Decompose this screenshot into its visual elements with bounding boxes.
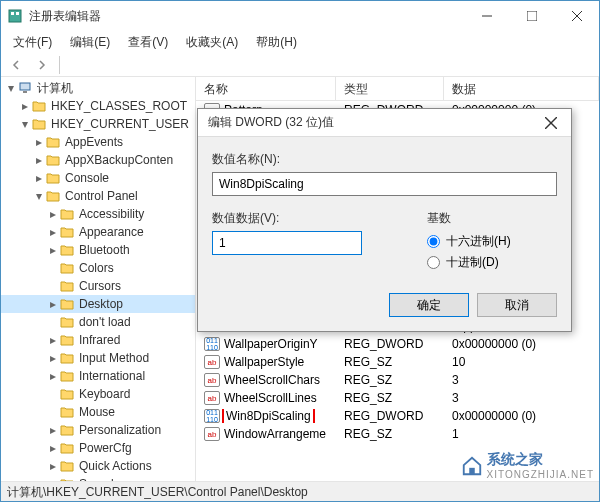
- cancel-button[interactable]: 取消: [477, 293, 557, 317]
- list-row[interactable]: abWheelScrollLinesREG_SZ3: [196, 389, 599, 407]
- chevron-icon[interactable]: ▾: [33, 189, 45, 203]
- menu-edit[interactable]: 编辑(E): [62, 32, 118, 53]
- toolbar: [1, 53, 599, 77]
- tree-item[interactable]: ▸PowerCfg: [1, 439, 195, 457]
- string-value-icon: ab: [204, 427, 220, 441]
- tree-item[interactable]: ▸Quick Actions: [1, 457, 195, 475]
- col-header-name[interactable]: 名称: [196, 77, 336, 100]
- menu-view[interactable]: 查看(V): [120, 32, 176, 53]
- tree-item[interactable]: ▸Desktop: [1, 295, 195, 313]
- tree-item[interactable]: Keyboard: [1, 385, 195, 403]
- radio-dec-input[interactable]: [427, 256, 440, 269]
- chevron-icon[interactable]: ▸: [47, 243, 59, 257]
- value-name-input[interactable]: [212, 172, 557, 196]
- tree-item-label: Appearance: [79, 225, 144, 239]
- folder-icon: [59, 458, 75, 474]
- watermark: 系统之家 XITONGZHIJIA.NET: [461, 451, 595, 480]
- list-row[interactable]: 011110WallpaperOriginYREG_DWORD0x0000000…: [196, 335, 599, 353]
- col-header-type[interactable]: 类型: [336, 77, 444, 100]
- app-icon: [7, 8, 23, 24]
- value-data-input[interactable]: [212, 231, 362, 255]
- watermark-url: XITONGZHIJIA.NET: [487, 469, 595, 480]
- radio-hex-label: 十六进制(H): [446, 233, 511, 250]
- cell-data: 1: [444, 427, 599, 441]
- svg-rect-11: [469, 467, 475, 473]
- tree-item[interactable]: ▸HKEY_CLASSES_ROOT: [1, 97, 195, 115]
- tree-item[interactable]: ▸International: [1, 367, 195, 385]
- tree-item[interactable]: Colors: [1, 259, 195, 277]
- minimize-button[interactable]: [464, 2, 509, 30]
- radio-dec-label: 十进制(D): [446, 254, 499, 271]
- tree-root-label: 计算机: [37, 80, 73, 97]
- back-button[interactable]: [5, 55, 27, 75]
- col-header-data[interactable]: 数据: [444, 77, 599, 100]
- chevron-icon[interactable]: ▸: [33, 153, 45, 167]
- menu-help[interactable]: 帮助(H): [248, 32, 305, 53]
- menu-favorites[interactable]: 收藏夹(A): [178, 32, 246, 53]
- list-header: 名称 类型 数据: [196, 77, 599, 101]
- radio-dec[interactable]: 十进制(D): [427, 254, 557, 271]
- folder-icon: [59, 332, 75, 348]
- folder-icon: [59, 242, 75, 258]
- tree-item-label: PowerCfg: [79, 441, 132, 455]
- ok-button[interactable]: 确定: [389, 293, 469, 317]
- chevron-icon[interactable]: ▸: [47, 207, 59, 221]
- svg-rect-0: [9, 10, 21, 22]
- folder-icon: [59, 224, 75, 240]
- list-row[interactable]: 011110Win8DpiScalingREG_DWORD0x00000000 …: [196, 407, 599, 425]
- tree-item[interactable]: ▾HKEY_CURRENT_USER: [1, 115, 195, 133]
- tree-item-label: AppEvents: [65, 135, 123, 149]
- cell-data: 3: [444, 391, 599, 405]
- cell-name: WheelScrollLines: [224, 391, 317, 405]
- chevron-icon[interactable]: ▸: [47, 225, 59, 239]
- maximize-button[interactable]: [509, 2, 554, 30]
- cell-type: REG_SZ: [336, 355, 444, 369]
- chevron-icon[interactable]: ▾: [19, 117, 31, 131]
- tree-item[interactable]: Mouse: [1, 403, 195, 421]
- chevron-icon[interactable]: ▸: [47, 351, 59, 365]
- tree-item[interactable]: ▸Accessibility: [1, 205, 195, 223]
- list-row[interactable]: abWindowArrangemeREG_SZ1: [196, 425, 599, 443]
- tree-item[interactable]: Cursors: [1, 277, 195, 295]
- tree-item[interactable]: ▸AppEvents: [1, 133, 195, 151]
- chevron-icon[interactable]: ▸: [47, 333, 59, 347]
- chevron-icon[interactable]: ▸: [33, 171, 45, 185]
- cell-data: 0x00000000 (0): [444, 337, 599, 351]
- tree-root[interactable]: ▾ 计算机: [1, 79, 195, 97]
- radio-hex[interactable]: 十六进制(H): [427, 233, 557, 250]
- tree-item-label: Desktop: [79, 297, 123, 311]
- tree-item[interactable]: don't load: [1, 313, 195, 331]
- tree-panel[interactable]: ▾ 计算机 ▸HKEY_CLASSES_ROOT▾HKEY_CURRENT_US…: [1, 77, 196, 481]
- chevron-icon[interactable]: ▸: [47, 459, 59, 473]
- dialog-close-button[interactable]: [531, 109, 571, 137]
- tree-item-label: Input Method: [79, 351, 149, 365]
- folder-icon: [59, 314, 75, 330]
- forward-button[interactable]: [31, 55, 53, 75]
- chevron-icon[interactable]: ▸: [47, 441, 59, 455]
- tree-item[interactable]: ▸Console: [1, 169, 195, 187]
- menu-file[interactable]: 文件(F): [5, 32, 60, 53]
- statusbar: 计算机\HKEY_CURRENT_USER\Control Panel\Desk…: [1, 481, 599, 501]
- tree-item[interactable]: ▸Personalization: [1, 421, 195, 439]
- base-group-label: 基数: [427, 210, 557, 227]
- chevron-icon[interactable]: ▸: [19, 99, 31, 113]
- close-button[interactable]: [554, 2, 599, 30]
- chevron-icon[interactable]: ▸: [33, 135, 45, 149]
- chevron-icon[interactable]: ▸: [47, 423, 59, 437]
- cell-type: REG_DWORD: [336, 409, 444, 423]
- binary-value-icon: 011110: [204, 409, 220, 423]
- watermark-text: 系统之家: [487, 451, 595, 469]
- chevron-icon[interactable]: ▸: [47, 297, 59, 311]
- tree-item[interactable]: ▸Bluetooth: [1, 241, 195, 259]
- tree-item[interactable]: ▾Control Panel: [1, 187, 195, 205]
- chevron-down-icon[interactable]: ▾: [5, 81, 17, 95]
- chevron-icon[interactable]: ▸: [47, 369, 59, 383]
- tree-item[interactable]: ▸Infrared: [1, 331, 195, 349]
- tree-item[interactable]: ▸AppXBackupConten: [1, 151, 195, 169]
- list-row[interactable]: abWallpaperStyleREG_SZ10: [196, 353, 599, 371]
- tree-item[interactable]: ▸Appearance: [1, 223, 195, 241]
- tree-item[interactable]: ▸Input Method: [1, 349, 195, 367]
- list-row[interactable]: abWheelScrollCharsREG_SZ3: [196, 371, 599, 389]
- tree-item-label: Accessibility: [79, 207, 144, 221]
- radio-hex-input[interactable]: [427, 235, 440, 248]
